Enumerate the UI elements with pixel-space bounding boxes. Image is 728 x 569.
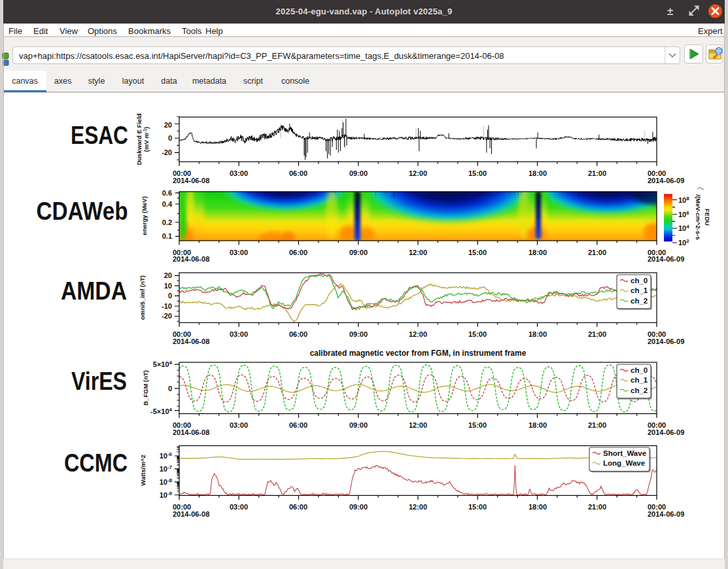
- svg-text:calibrated magnetic vector fro: calibrated magnetic vector from FGM, in …: [310, 349, 527, 358]
- svg-text:0: 0: [168, 134, 172, 142]
- svg-text:09:00: 09:00: [349, 249, 368, 256]
- svg-text:-20: -20: [162, 148, 172, 156]
- svg-text:21:00: 21:00: [588, 421, 606, 429]
- svg-text:-5×104: -5×104: [150, 407, 172, 415]
- svg-text:Long_Wave: Long_Wave: [603, 459, 645, 467]
- svg-text:2014-06-09: 2014-06-09: [648, 337, 684, 345]
- svg-text:21:00: 21:00: [588, 330, 606, 338]
- svg-text:12:00: 12:00: [409, 249, 427, 256]
- svg-text:2014-06-09: 2014-06-09: [648, 510, 684, 518]
- svg-text:03:00: 03:00: [230, 330, 248, 338]
- svg-text:2014-06-09: 2014-06-09: [648, 428, 684, 436]
- svg-text:21:00: 21:00: [588, 169, 606, 177]
- svg-text:AMDA: AMDA: [61, 277, 127, 305]
- svg-text:06:00: 06:00: [289, 421, 307, 429]
- svg-text:±: ±: [667, 5, 673, 18]
- svg-text:CCMC: CCMC: [64, 449, 128, 477]
- svg-text:2014-06-09: 2014-06-09: [648, 177, 684, 184]
- svg-text:0.2: 0.2: [162, 218, 172, 226]
- svg-text:Short_Wave: Short_Wave: [603, 449, 646, 457]
- svg-text:B_FGM (nT): B_FGM (nT): [142, 370, 149, 405]
- svg-text:omni5_imf (nT): omni5_imf (nT): [139, 275, 146, 320]
- svg-text:106: 106: [678, 210, 689, 218]
- svg-text:2014-06-08: 2014-06-08: [173, 337, 209, 345]
- svg-text:18:00: 18:00: [529, 421, 547, 429]
- svg-text:10-7: 10-7: [160, 464, 173, 473]
- svg-text:0: 0: [168, 292, 172, 300]
- svg-text:06:00: 06:00: [289, 249, 307, 256]
- svg-text:15:00: 15:00: [468, 249, 487, 256]
- svg-text:06:00: 06:00: [289, 503, 307, 511]
- svg-text:0: 0: [168, 385, 172, 392]
- svg-text:5×104: 5×104: [153, 360, 173, 368]
- svg-text:09:00: 09:00: [349, 421, 368, 429]
- svg-text:(mV m-1): (mV m-1): [143, 127, 150, 152]
- svg-text:18:00: 18:00: [529, 503, 547, 511]
- svg-text:15:00: 15:00: [468, 503, 487, 511]
- svg-text:15:00: 15:00: [468, 330, 487, 338]
- svg-text:2014-06-08: 2014-06-08: [173, 428, 209, 436]
- svg-text:10-9: 10-9: [160, 491, 173, 499]
- svg-text:ch_1: ch_1: [631, 376, 648, 384]
- svg-text:108: 108: [678, 196, 689, 204]
- svg-text:0.6: 0.6: [162, 189, 172, 197]
- svg-text:2014-06-09: 2014-06-09: [648, 255, 684, 263]
- svg-text:20: 20: [164, 271, 172, 279]
- svg-text:/(MeV-cm^2-s-s: /(MeV-cm^2-s-s: [695, 194, 702, 239]
- svg-text:10-8: 10-8: [160, 477, 173, 486]
- svg-text:15:00: 15:00: [468, 421, 487, 429]
- svg-text:06:00: 06:00: [289, 169, 307, 177]
- svg-text:03:00: 03:00: [230, 503, 248, 511]
- svg-text:energy (MeV): energy (MeV): [141, 196, 148, 235]
- svg-text:18:00: 18:00: [529, 330, 547, 338]
- svg-text:-10: -10: [162, 302, 172, 310]
- svg-text:20: 20: [164, 121, 172, 129]
- svg-text:2014-06-08: 2014-06-08: [173, 177, 209, 184]
- svg-text:21:00: 21:00: [588, 249, 606, 256]
- svg-text:102: 102: [678, 238, 689, 247]
- svg-text:0.1: 0.1: [162, 232, 172, 240]
- svg-text:2014-06-08: 2014-06-08: [173, 255, 209, 263]
- svg-text:ESAC: ESAC: [71, 122, 128, 149]
- svg-text:ch_2: ch_2: [631, 297, 648, 305]
- svg-text:09:00: 09:00: [349, 169, 368, 177]
- svg-text:12:00: 12:00: [409, 169, 427, 177]
- svg-text:15:00: 15:00: [468, 169, 487, 177]
- svg-text:ch_0: ch_0: [631, 366, 648, 374]
- svg-text:Watts/m^2: Watts/m^2: [139, 455, 147, 485]
- svg-text:12:00: 12:00: [409, 330, 427, 338]
- svg-text:18:00: 18:00: [529, 169, 547, 177]
- svg-text:CDAWeb: CDAWeb: [37, 198, 128, 225]
- svg-text:104: 104: [678, 224, 689, 232]
- svg-text:10: 10: [164, 282, 172, 290]
- svg-text:ch_1: ch_1: [631, 286, 648, 294]
- svg-text:2014-06-08: 2014-06-08: [173, 510, 209, 518]
- svg-text:03:00: 03:00: [230, 421, 248, 429]
- svg-text:10-6: 10-6: [160, 451, 173, 460]
- svg-text:-20: -20: [162, 312, 172, 320]
- svg-text:03:00: 03:00: [230, 169, 248, 177]
- svg-text:12:00: 12:00: [409, 421, 427, 429]
- svg-text:03:00: 03:00: [230, 249, 248, 256]
- svg-text:0.4: 0.4: [162, 200, 173, 208]
- svg-text:ch_2: ch_2: [631, 387, 648, 394]
- svg-text:12:00: 12:00: [409, 503, 427, 511]
- svg-text:18:00: 18:00: [529, 249, 547, 256]
- svg-text:ch_0: ch_0: [631, 277, 648, 284]
- svg-text:09:00: 09:00: [349, 330, 368, 338]
- svg-text:21:00: 21:00: [588, 503, 606, 511]
- svg-text:FEDU: FEDU: [704, 209, 711, 226]
- svg-text:09:00: 09:00: [349, 503, 368, 511]
- svg-text:VirES: VirES: [71, 368, 127, 395]
- svg-text:Duskward E Field: Duskward E Field: [135, 113, 143, 165]
- svg-text:06:00: 06:00: [289, 330, 307, 338]
